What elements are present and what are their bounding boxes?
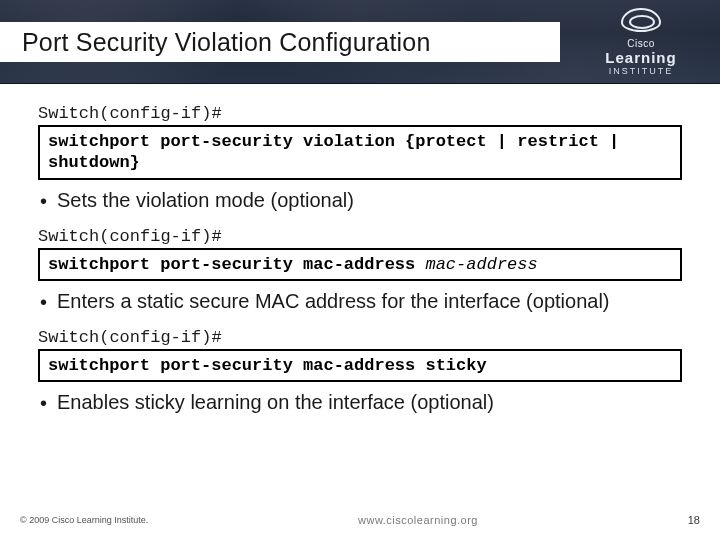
bullet-dot-icon: • — [40, 188, 47, 215]
copyright-text: © 2009 Cisco Learning Institute. — [20, 515, 148, 525]
section-static-mac: Switch(config-if)# switchport port-secur… — [38, 227, 682, 316]
bullet-text: Enables sticky learning on the interface… — [57, 390, 494, 415]
section-sticky: Switch(config-if)# switchport port-secur… — [38, 328, 682, 417]
cli-command-box: switchport port-security mac-address mac… — [38, 248, 682, 281]
bullet-text: Enters a static secure MAC address for t… — [57, 289, 609, 314]
cli-command-text: switchport port-security mac-address sti… — [48, 356, 487, 375]
cli-command-box: switchport port-security violation {prot… — [38, 125, 682, 180]
bullet-text: Sets the violation mode (optional) — [57, 188, 354, 213]
slide-header: Port Security Violation Configuration Ci… — [0, 0, 720, 84]
cli-command-arg: mac-address — [425, 255, 537, 274]
cli-command-text: switchport port-security mac-address — [48, 255, 425, 274]
logo-word: Learning — [576, 49, 706, 66]
cli-command-box: switchport port-security mac-address sti… — [38, 349, 682, 382]
title-bar: Port Security Violation Configuration — [0, 22, 560, 62]
slide-footer: © 2009 Cisco Learning Institute. www.cis… — [0, 510, 720, 530]
logo-sub: INSTITUTE — [576, 66, 706, 76]
cisco-learning-logo: Cisco Learning INSTITUTE — [576, 8, 706, 76]
logo-brand: Cisco — [576, 38, 706, 49]
footer-url: www.ciscolearning.org — [358, 514, 478, 526]
bullet-item: • Sets the violation mode (optional) — [40, 188, 682, 215]
logo-glyph-icon — [621, 8, 661, 32]
bullet-item: • Enables sticky learning on the interfa… — [40, 390, 682, 417]
section-violation-mode: Switch(config-if)# switchport port-secur… — [38, 104, 682, 215]
cli-prompt: Switch(config-if)# — [38, 104, 682, 123]
bullet-item: • Enters a static secure MAC address for… — [40, 289, 682, 316]
slide-body: Switch(config-if)# switchport port-secur… — [0, 84, 720, 417]
cli-prompt: Switch(config-if)# — [38, 328, 682, 347]
bullet-dot-icon: • — [40, 289, 47, 316]
page-title: Port Security Violation Configuration — [22, 28, 431, 57]
bullet-dot-icon: • — [40, 390, 47, 417]
page-number: 18 — [688, 514, 700, 526]
cli-command-text: switchport port-security violation {prot… — [48, 132, 619, 172]
cli-prompt: Switch(config-if)# — [38, 227, 682, 246]
